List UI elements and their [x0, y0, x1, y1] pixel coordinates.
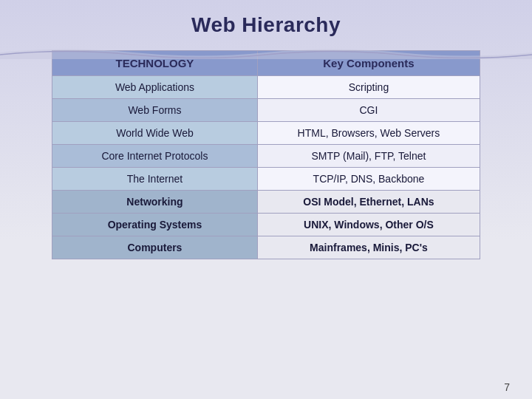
key-cell: OSI Model, Ethernet, LANs — [257, 191, 480, 214]
table-row: The InternetTCP/IP, DNS, Backbone — [52, 168, 480, 191]
key-cell: CGI — [257, 99, 480, 122]
table-row: World Wide WebHTML, Browsers, Web Server… — [52, 122, 480, 145]
table-row: Web ApplicationsScripting — [52, 76, 480, 99]
page-background: Web Hierarchy TECHNOLOGY Key Components … — [0, 0, 532, 399]
tech-cell: Computers — [52, 236, 258, 259]
key-cell: SMTP (Mail), FTP, Telnet — [257, 145, 480, 168]
key-cell: Mainframes, Minis, PC's — [257, 236, 480, 259]
table-row: ComputersMainframes, Minis, PC's — [52, 236, 480, 259]
page-number: 7 — [504, 381, 510, 393]
key-cell: Scripting — [257, 76, 480, 99]
hierarchy-table-container: TECHNOLOGY Key Components Web Applicatio… — [52, 50, 480, 259]
tech-cell: World Wide Web — [52, 122, 258, 145]
hierarchy-table: TECHNOLOGY Key Components Web Applicatio… — [52, 50, 480, 259]
tech-cell: The Internet — [52, 168, 258, 191]
key-cell: HTML, Browsers, Web Servers — [257, 122, 480, 145]
wave-decoration — [0, 46, 532, 59]
table-body: Web ApplicationsScriptingWeb FormsCGIWor… — [52, 76, 480, 259]
tech-cell: Operating Systems — [52, 214, 258, 236]
table-row: Core Internet ProtocolsSMTP (Mail), FTP,… — [52, 145, 480, 168]
table-row: Operating SystemsUNIX, Windows, Other O/… — [52, 214, 480, 236]
key-cell: UNIX, Windows, Other O/S — [257, 214, 480, 236]
page-title: Web Hierarchy — [191, 13, 341, 37]
tech-cell: Web Forms — [52, 99, 258, 122]
key-cell: TCP/IP, DNS, Backbone — [257, 168, 480, 191]
tech-cell: Web Applications — [52, 76, 258, 99]
tech-cell: Networking — [52, 191, 258, 214]
table-row: NetworkingOSI Model, Ethernet, LANs — [52, 191, 480, 214]
table-row: Web FormsCGI — [52, 99, 480, 122]
tech-cell: Core Internet Protocols — [52, 145, 258, 168]
